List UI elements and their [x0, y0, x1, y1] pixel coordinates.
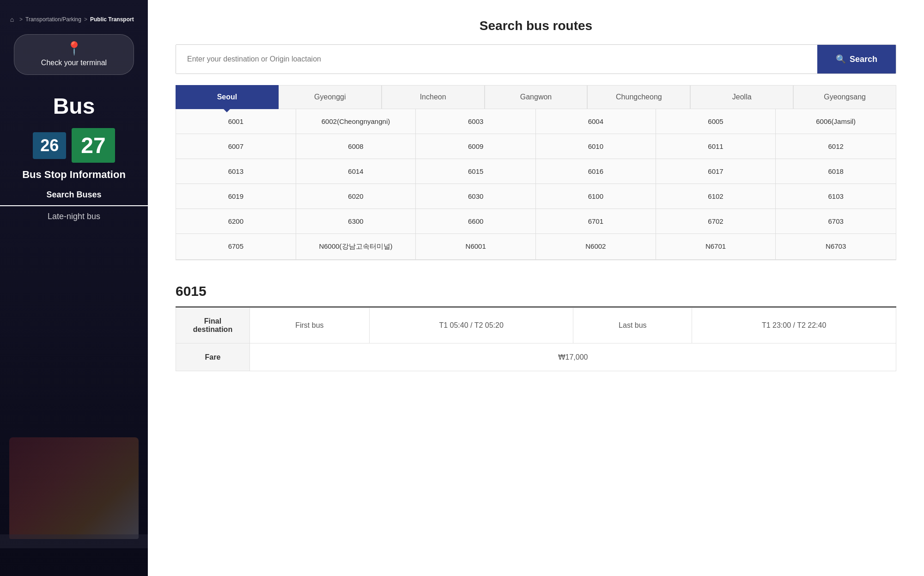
terminal-button[interactable]: 📍 Check your terminal [14, 34, 134, 75]
number-display: 26 27 [33, 128, 115, 163]
sidebar: ⌂ > Transportation/Parking > Public Tran… [0, 0, 148, 576]
table-row-destination: Final destination First bus T1 05:40 / T… [176, 308, 896, 343]
route-cell[interactable]: 6008 [296, 134, 416, 159]
breadcrumb-item-2[interactable]: Public Transport [90, 16, 134, 23]
search-button-label: Search [850, 55, 877, 64]
region-tabs: Seoul Gyeonggi Incheon Gangwon Chungcheo… [176, 85, 896, 109]
route-cell[interactable]: 6001 [176, 109, 296, 134]
route-cell[interactable]: 6010 [536, 134, 656, 159]
fare-value: ₩17,000 [250, 343, 896, 371]
route-cell[interactable]: 6103 [776, 184, 896, 209]
nav-latenight-bus[interactable]: Late-night bus [0, 206, 148, 228]
route-detail-title: 6015 [176, 283, 896, 299]
nav-search-buses[interactable]: Search Buses [0, 184, 148, 206]
route-cell[interactable]: 6600 [416, 209, 536, 234]
route-cell[interactable]: 6200 [176, 209, 296, 234]
tab-gangwon[interactable]: Gangwon [485, 85, 588, 109]
search-bar: 🔍 Search [176, 44, 896, 74]
route-cell[interactable]: 6102 [656, 184, 776, 209]
last-bus-label: Last bus [573, 308, 692, 343]
route-cell[interactable]: 6002(Cheongnyangni) [296, 109, 416, 134]
search-input[interactable] [176, 45, 817, 74]
route-cell[interactable]: 6014 [296, 159, 416, 184]
route-cell[interactable]: N6703 [776, 234, 896, 260]
route-cell[interactable]: 6009 [416, 134, 536, 159]
route-cell[interactable]: 6006(Jamsil) [776, 109, 896, 134]
breadcrumb: ⌂ > Transportation/Parking > Public Tran… [0, 9, 148, 30]
last-bus-value: T1 23:00 / T2 22:40 [692, 308, 896, 343]
route-grid: 60016002(Cheongnyangni)6003600460056006(… [176, 109, 896, 260]
route-cell[interactable]: 6100 [536, 184, 656, 209]
table-row-fare: Fare ₩17,000 [176, 343, 896, 371]
route-cell[interactable]: 6015 [416, 159, 536, 184]
search-icon: 🔍 [836, 54, 846, 64]
tab-incheon[interactable]: Incheon [382, 85, 485, 109]
small-number: 26 [33, 132, 66, 159]
breadcrumb-sep-1: > [19, 16, 23, 23]
route-cell[interactable]: 6017 [656, 159, 776, 184]
route-cell[interactable]: 6013 [176, 159, 296, 184]
tab-jeolla[interactable]: Jeolla [690, 85, 793, 109]
route-cell[interactable]: 6005 [656, 109, 776, 134]
route-cell[interactable]: 6012 [776, 134, 896, 159]
route-detail: 6015 Final destination First bus T1 05:4… [176, 283, 896, 371]
route-cell[interactable]: N6000(강남고속터미널) [296, 234, 416, 260]
breadcrumb-item-1[interactable]: Transportation/Parking [25, 16, 81, 23]
first-bus-value: T1 05:40 / T2 05:20 [369, 308, 573, 343]
bus-stop-info-label: Bus Stop Information [22, 169, 126, 181]
tab-seoul[interactable]: Seoul [176, 85, 279, 109]
main-content: Search bus routes 🔍 Search Seoul Gyeongg… [148, 0, 924, 576]
first-bus-label: First bus [250, 308, 370, 343]
large-number: 27 [72, 128, 115, 163]
route-cell[interactable]: 6016 [536, 159, 656, 184]
search-button[interactable]: 🔍 Search [817, 45, 896, 74]
route-cell[interactable]: N6701 [656, 234, 776, 260]
route-cell[interactable]: 6702 [656, 209, 776, 234]
detail-table: Final destination First bus T1 05:40 / T… [176, 307, 896, 371]
page-title: Search bus routes [176, 18, 896, 33]
tab-gyeongsang[interactable]: Gyeongsang [793, 85, 896, 109]
route-cell[interactable]: 6300 [296, 209, 416, 234]
route-cell[interactable]: N6002 [536, 234, 656, 260]
tab-chungcheong[interactable]: Chungcheong [587, 85, 690, 109]
home-icon[interactable]: ⌂ [7, 15, 17, 24]
route-cell[interactable]: 6003 [416, 109, 536, 134]
terminal-button-label: Check your terminal [41, 59, 107, 67]
route-cell[interactable]: N6001 [416, 234, 536, 260]
route-cell[interactable]: 6019 [176, 184, 296, 209]
fare-label: Fare [176, 343, 250, 371]
route-cell[interactable]: 6701 [536, 209, 656, 234]
location-icon: 📍 [66, 42, 82, 55]
tab-gyeonggi[interactable]: Gyeonggi [279, 85, 382, 109]
route-cell[interactable]: 6007 [176, 134, 296, 159]
route-cell[interactable]: 6004 [536, 109, 656, 134]
destination-label: Final destination [176, 308, 250, 343]
route-cell[interactable]: 6703 [776, 209, 896, 234]
breadcrumb-sep-2: > [84, 16, 87, 23]
route-cell[interactable]: 6020 [296, 184, 416, 209]
route-cell[interactable]: 6011 [656, 134, 776, 159]
bus-title: Bus [53, 93, 95, 119]
route-grid-container: 60016002(Cheongnyangni)6003600460056006(… [176, 109, 896, 260]
route-cell[interactable]: 6018 [776, 159, 896, 184]
route-cell[interactable]: 6705 [176, 234, 296, 260]
route-cell[interactable]: 6030 [416, 184, 536, 209]
